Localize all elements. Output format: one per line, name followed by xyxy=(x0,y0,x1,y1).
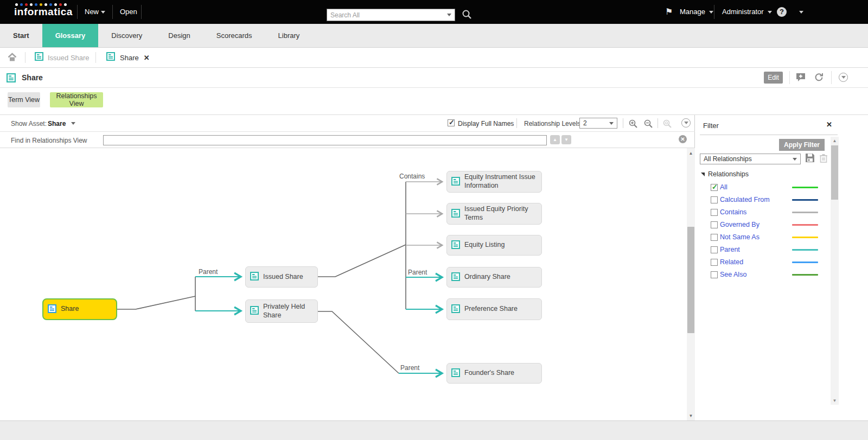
search-input[interactable] xyxy=(327,11,447,19)
governed-by-checkbox[interactable] xyxy=(711,221,718,228)
node-equity-instrument-issue-information[interactable]: Equity Instrument Issue Information xyxy=(446,171,542,193)
show-asset-label: Show Asset: xyxy=(11,120,47,127)
node-preference-share[interactable]: Preference Share xyxy=(446,298,542,320)
contains-checkbox[interactable] xyxy=(711,209,718,216)
divider xyxy=(25,52,25,63)
calculated-from-checkbox[interactable] xyxy=(711,196,718,203)
edge-label-parent: Parent xyxy=(400,364,419,372)
manage-menu[interactable]: Manage xyxy=(680,8,713,16)
show-asset-chevron-icon[interactable] xyxy=(71,122,75,125)
term-icon xyxy=(451,272,460,283)
tab-start[interactable]: Start xyxy=(0,24,42,47)
more-options-menu[interactable] xyxy=(799,8,803,16)
flag-icon[interactable]: ⚑ xyxy=(665,7,673,17)
new-menu[interactable]: New xyxy=(85,8,105,16)
color-swatch xyxy=(792,262,818,263)
filter-item-not-same-as: Not Same As xyxy=(711,233,826,241)
user-menu[interactable]: Administrator xyxy=(722,8,772,16)
term-view-button[interactable]: Term View xyxy=(8,92,40,107)
collapse-panel-icon[interactable] xyxy=(839,73,848,82)
edge-label-parent: Parent xyxy=(408,269,427,276)
search-icon[interactable] xyxy=(462,9,472,22)
find-next-button[interactable]: ▼ xyxy=(561,135,571,144)
chevron-down-icon xyxy=(101,11,105,14)
relationship-levels-select[interactable]: 2 xyxy=(579,118,617,129)
all-checkbox[interactable] xyxy=(711,184,718,191)
node-founders-share[interactable]: Founder's Share xyxy=(446,363,542,384)
home-icon[interactable] xyxy=(8,53,17,64)
node-equity-listing[interactable]: Equity Listing xyxy=(446,235,542,256)
refresh-icon[interactable] xyxy=(814,72,824,85)
tab-discovery[interactable]: Discovery xyxy=(98,24,155,47)
relationships-view-button[interactable]: Relationships View xyxy=(50,92,103,107)
add-comment-icon[interactable] xyxy=(795,72,806,85)
relationship-levels-label: Relationship Levels: xyxy=(524,120,582,127)
asset-title-bar: Share Edit xyxy=(0,68,868,88)
doc-tab-share[interactable]: Share ✕ xyxy=(106,52,150,63)
filter-header: Filter ✕ xyxy=(695,115,840,135)
find-label: Find in Relationships View xyxy=(11,137,87,144)
display-full-names-checkbox[interactable] xyxy=(448,119,455,126)
node-privately-held-share[interactable]: Privately Held Share xyxy=(245,299,318,323)
global-search xyxy=(327,9,455,21)
diagram-toolbar: Show Asset: Share Display Full Names Rel… xyxy=(0,115,695,132)
document-tab-bar: Issued Share Share ✕ xyxy=(0,48,868,68)
node-ordinary-share[interactable]: Ordinary Share xyxy=(446,267,542,288)
main-content: Show Asset: Share Display Full Names Rel… xyxy=(0,114,868,420)
tab-design[interactable]: Design xyxy=(155,24,203,47)
node-issued-share[interactable]: Issued Share xyxy=(245,266,318,288)
parent-checkbox[interactable] xyxy=(711,246,718,253)
chevron-down-icon xyxy=(609,122,614,125)
term-icon xyxy=(451,240,460,251)
find-previous-button[interactable]: ▲ xyxy=(550,135,560,144)
scroll-up-icon[interactable]: ▲ xyxy=(687,149,695,157)
toolbar-more-icon[interactable] xyxy=(681,118,691,127)
filter-title: Filter xyxy=(703,122,719,130)
term-icon xyxy=(7,73,16,85)
scroll-up-icon[interactable]: ▲ xyxy=(831,137,839,145)
help-icon[interactable]: ? xyxy=(777,7,787,17)
informatica-logo: informatica xyxy=(14,3,73,17)
related-checkbox[interactable] xyxy=(711,259,718,266)
find-input[interactable] xyxy=(103,135,547,145)
relationships-group[interactable]: Relationships xyxy=(701,170,826,178)
chevron-down-icon xyxy=(768,11,772,14)
filter-item-contains: Contains xyxy=(711,208,826,216)
zoom-in-icon[interactable] xyxy=(628,119,638,129)
show-asset-value[interactable]: Share xyxy=(48,120,66,127)
scrollbar-thumb[interactable] xyxy=(831,145,838,200)
filter-item-parent: Parent xyxy=(711,246,826,253)
search-scope-chevron-icon[interactable] xyxy=(447,14,451,16)
scroll-down-icon[interactable]: ▼ xyxy=(687,412,695,420)
relationships-canvas[interactable]: Parent Contains Parent Parent Share Issu… xyxy=(0,148,695,421)
open-menu[interactable]: Open xyxy=(120,8,137,16)
not-same-as-checkbox[interactable] xyxy=(711,234,718,241)
expand-collapse-icon[interactable] xyxy=(701,173,705,176)
close-tab-icon[interactable]: ✕ xyxy=(144,54,150,62)
zoom-out-icon[interactable] xyxy=(643,119,653,129)
filter-scrollbar[interactable]: ▲ ▼ xyxy=(831,137,839,405)
term-icon xyxy=(35,52,43,63)
clear-find-icon[interactable]: ✕ xyxy=(679,135,687,143)
relationships-view-panel: Show Asset: Share Display Full Names Rel… xyxy=(0,115,695,421)
save-filter-icon[interactable] xyxy=(805,153,815,165)
filter-preset-select[interactable]: All Relationships xyxy=(700,154,801,164)
doc-tab-issued-share[interactable]: Issued Share xyxy=(35,52,90,63)
edit-button[interactable]: Edit xyxy=(764,72,783,84)
scroll-down-icon[interactable]: ▼ xyxy=(831,397,839,405)
canvas-scrollbar[interactable]: ▲ ▼ xyxy=(687,148,695,421)
tab-library[interactable]: Library xyxy=(265,24,313,47)
node-issued-equity-priority-terms[interactable]: Issued Equity Priority Terms xyxy=(446,203,542,225)
apply-filter-button[interactable]: Apply Filter xyxy=(779,139,825,151)
color-swatch xyxy=(792,237,818,238)
node-share[interactable]: Share xyxy=(42,298,117,320)
close-filter-icon[interactable]: ✕ xyxy=(826,120,832,129)
display-full-names-label: Display Full Names xyxy=(458,120,514,127)
tab-scorecards[interactable]: Scorecards xyxy=(203,24,265,47)
term-icon xyxy=(451,209,460,219)
filter-preset-row: All Relationships xyxy=(700,153,828,165)
see-also-checkbox[interactable] xyxy=(711,271,718,278)
scrollbar-thumb[interactable] xyxy=(687,227,694,333)
divider xyxy=(831,71,832,84)
tab-glossary[interactable]: Glossary xyxy=(42,24,99,47)
